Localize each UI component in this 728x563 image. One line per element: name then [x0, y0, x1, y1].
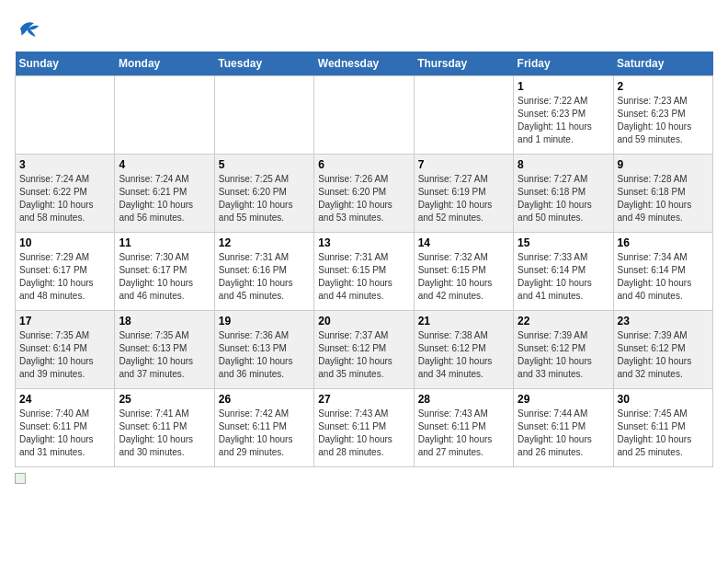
calendar-cell: 15Sunrise: 7:33 AMSunset: 6:14 PMDayligh…	[514, 233, 613, 311]
calendar-cell: 28Sunrise: 7:43 AMSunset: 6:11 PMDayligh…	[414, 389, 513, 467]
day-info: Sunrise: 7:32 AMSunset: 6:15 PMDaylight:…	[418, 251, 509, 303]
calendar-week-row: 3Sunrise: 7:24 AMSunset: 6:22 PMDaylight…	[16, 155, 713, 233]
day-number: 30	[618, 393, 709, 406]
day-number: 1	[518, 80, 609, 93]
day-info: Sunrise: 7:43 AMSunset: 6:11 PMDaylight:…	[418, 408, 509, 459]
calendar-cell: 3Sunrise: 7:24 AMSunset: 6:22 PMDaylight…	[16, 155, 115, 233]
calendar-week-row: 17Sunrise: 7:35 AMSunset: 6:14 PMDayligh…	[16, 311, 713, 389]
day-info: Sunrise: 7:24 AMSunset: 6:22 PMDaylight:…	[19, 173, 110, 224]
calendar-week-row: 10Sunrise: 7:29 AMSunset: 6:17 PMDayligh…	[16, 233, 713, 311]
day-info: Sunrise: 7:37 AMSunset: 6:12 PMDaylight:…	[318, 329, 409, 381]
day-number: 7	[418, 158, 509, 171]
day-info: Sunrise: 7:38 AMSunset: 6:12 PMDaylight:…	[418, 329, 509, 381]
logo	[15, 15, 46, 42]
calendar-cell: 24Sunrise: 7:40 AMSunset: 6:11 PMDayligh…	[16, 389, 115, 467]
day-number: 24	[19, 393, 110, 406]
calendar-table: SundayMondayTuesdayWednesdayThursdayFrid…	[15, 52, 713, 467]
day-number: 13	[318, 236, 409, 249]
calendar-header-row: SundayMondayTuesdayWednesdayThursdayFrid…	[16, 52, 713, 76]
day-info: Sunrise: 7:27 AMSunset: 6:18 PMDaylight:…	[518, 173, 609, 224]
calendar-cell: 26Sunrise: 7:42 AMSunset: 6:11 PMDayligh…	[214, 389, 313, 467]
weekday-header-friday: Friday	[514, 52, 613, 76]
calendar-cell: 30Sunrise: 7:45 AMSunset: 6:11 PMDayligh…	[613, 389, 712, 467]
day-info: Sunrise: 7:24 AMSunset: 6:21 PMDaylight:…	[119, 173, 210, 224]
day-number: 3	[19, 158, 110, 171]
day-number: 26	[219, 393, 310, 406]
day-number: 8	[518, 158, 609, 171]
day-number: 19	[219, 315, 310, 327]
day-info: Sunrise: 7:25 AMSunset: 6:20 PMDaylight:…	[219, 173, 310, 224]
calendar-week-row: 24Sunrise: 7:40 AMSunset: 6:11 PMDayligh…	[16, 389, 713, 467]
weekday-header-monday: Monday	[115, 52, 214, 76]
day-number: 23	[618, 315, 709, 327]
day-info: Sunrise: 7:45 AMSunset: 6:11 PMDaylight:…	[618, 408, 709, 459]
calendar-cell: 29Sunrise: 7:44 AMSunset: 6:11 PMDayligh…	[514, 389, 613, 467]
calendar-cell: 8Sunrise: 7:27 AMSunset: 6:18 PMDaylight…	[514, 155, 613, 233]
day-info: Sunrise: 7:40 AMSunset: 6:11 PMDaylight:…	[19, 408, 110, 459]
calendar-cell: 25Sunrise: 7:41 AMSunset: 6:11 PMDayligh…	[115, 389, 214, 467]
day-number: 17	[19, 315, 110, 327]
day-info: Sunrise: 7:29 AMSunset: 6:17 PMDaylight:…	[19, 251, 110, 303]
calendar-cell: 10Sunrise: 7:29 AMSunset: 6:17 PMDayligh…	[16, 233, 115, 311]
calendar-cell: 14Sunrise: 7:32 AMSunset: 6:15 PMDayligh…	[414, 233, 513, 311]
day-info: Sunrise: 7:35 AMSunset: 6:14 PMDaylight:…	[19, 329, 110, 381]
calendar-cell: 16Sunrise: 7:34 AMSunset: 6:14 PMDayligh…	[613, 233, 712, 311]
day-info: Sunrise: 7:22 AMSunset: 6:23 PMDaylight:…	[518, 95, 609, 146]
calendar-cell: 27Sunrise: 7:43 AMSunset: 6:11 PMDayligh…	[314, 389, 414, 467]
calendar-cell	[414, 76, 513, 155]
calendar-cell	[115, 76, 214, 155]
day-number: 5	[219, 158, 310, 171]
calendar-cell: 19Sunrise: 7:36 AMSunset: 6:13 PMDayligh…	[214, 311, 313, 389]
day-number: 20	[318, 315, 409, 327]
day-info: Sunrise: 7:35 AMSunset: 6:13 PMDaylight:…	[119, 329, 210, 381]
day-info: Sunrise: 7:36 AMSunset: 6:13 PMDaylight:…	[219, 329, 310, 381]
calendar-cell: 22Sunrise: 7:39 AMSunset: 6:12 PMDayligh…	[514, 311, 613, 389]
weekday-header-sunday: Sunday	[16, 52, 115, 76]
day-info: Sunrise: 7:31 AMSunset: 6:16 PMDaylight:…	[219, 251, 310, 303]
calendar-cell: 21Sunrise: 7:38 AMSunset: 6:12 PMDayligh…	[414, 311, 513, 389]
calendar-cell: 9Sunrise: 7:28 AMSunset: 6:18 PMDaylight…	[613, 155, 712, 233]
day-number: 21	[418, 315, 509, 327]
day-number: 27	[318, 393, 409, 406]
calendar-cell: 20Sunrise: 7:37 AMSunset: 6:12 PMDayligh…	[314, 311, 414, 389]
day-number: 10	[19, 236, 110, 249]
weekday-header-saturday: Saturday	[613, 52, 712, 76]
weekday-header-wednesday: Wednesday	[314, 52, 414, 76]
day-number: 14	[418, 236, 509, 249]
day-number: 25	[119, 393, 210, 406]
calendar-cell	[16, 76, 115, 155]
day-number: 22	[518, 315, 609, 327]
calendar-cell: 6Sunrise: 7:26 AMSunset: 6:20 PMDaylight…	[314, 155, 414, 233]
day-info: Sunrise: 7:41 AMSunset: 6:11 PMDaylight:…	[119, 408, 210, 459]
calendar-cell	[314, 76, 414, 155]
calendar-cell: 4Sunrise: 7:24 AMSunset: 6:21 PMDaylight…	[115, 155, 214, 233]
day-number: 11	[119, 236, 210, 249]
weekday-header-thursday: Thursday	[414, 52, 513, 76]
calendar-cell: 7Sunrise: 7:27 AMSunset: 6:19 PMDaylight…	[414, 155, 513, 233]
day-number: 18	[119, 315, 210, 327]
day-info: Sunrise: 7:42 AMSunset: 6:11 PMDaylight:…	[219, 408, 310, 459]
day-number: 2	[618, 80, 709, 93]
day-number: 12	[219, 236, 310, 249]
calendar-cell: 23Sunrise: 7:39 AMSunset: 6:12 PMDayligh…	[613, 311, 712, 389]
day-info: Sunrise: 7:39 AMSunset: 6:12 PMDaylight:…	[618, 329, 709, 381]
calendar-cell: 2Sunrise: 7:23 AMSunset: 6:23 PMDaylight…	[613, 76, 712, 155]
calendar-week-row: 1Sunrise: 7:22 AMSunset: 6:23 PMDaylight…	[16, 76, 713, 155]
day-number: 29	[518, 393, 609, 406]
weekday-header-tuesday: Tuesday	[214, 52, 313, 76]
calendar-cell: 5Sunrise: 7:25 AMSunset: 6:20 PMDaylight…	[214, 155, 313, 233]
day-number: 9	[618, 158, 709, 171]
day-info: Sunrise: 7:44 AMSunset: 6:11 PMDaylight:…	[518, 408, 609, 459]
day-number: 16	[618, 236, 709, 249]
day-info: Sunrise: 7:26 AMSunset: 6:20 PMDaylight:…	[318, 173, 409, 224]
day-number: 4	[119, 158, 210, 171]
day-info: Sunrise: 7:33 AMSunset: 6:14 PMDaylight:…	[518, 251, 609, 303]
calendar-cell: 1Sunrise: 7:22 AMSunset: 6:23 PMDaylight…	[514, 76, 613, 155]
day-info: Sunrise: 7:27 AMSunset: 6:19 PMDaylight:…	[418, 173, 509, 224]
day-info: Sunrise: 7:34 AMSunset: 6:14 PMDaylight:…	[618, 251, 709, 303]
day-number: 15	[518, 236, 609, 249]
day-info: Sunrise: 7:31 AMSunset: 6:15 PMDaylight:…	[318, 251, 409, 303]
calendar-cell	[214, 76, 313, 155]
day-info: Sunrise: 7:28 AMSunset: 6:18 PMDaylight:…	[618, 173, 709, 224]
calendar-footer	[15, 473, 713, 484]
